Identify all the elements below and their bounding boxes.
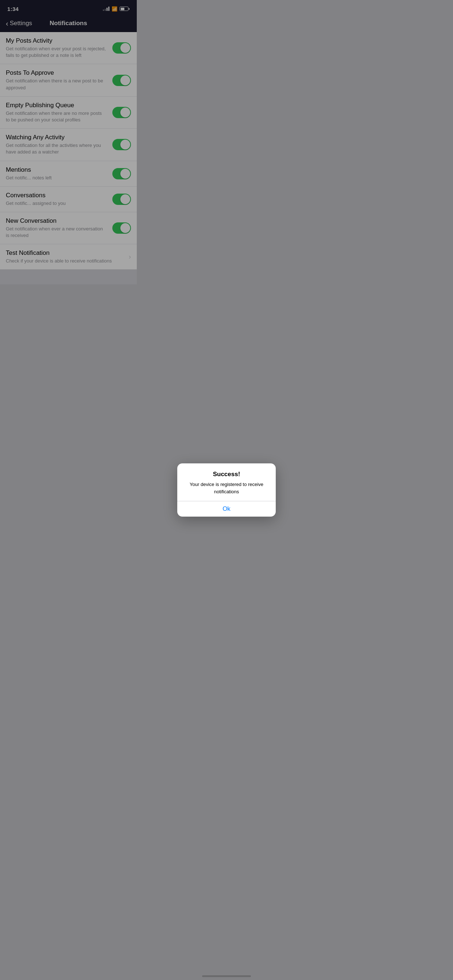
modal-overlay: Success! Your device is registered to re… bbox=[0, 0, 137, 296]
